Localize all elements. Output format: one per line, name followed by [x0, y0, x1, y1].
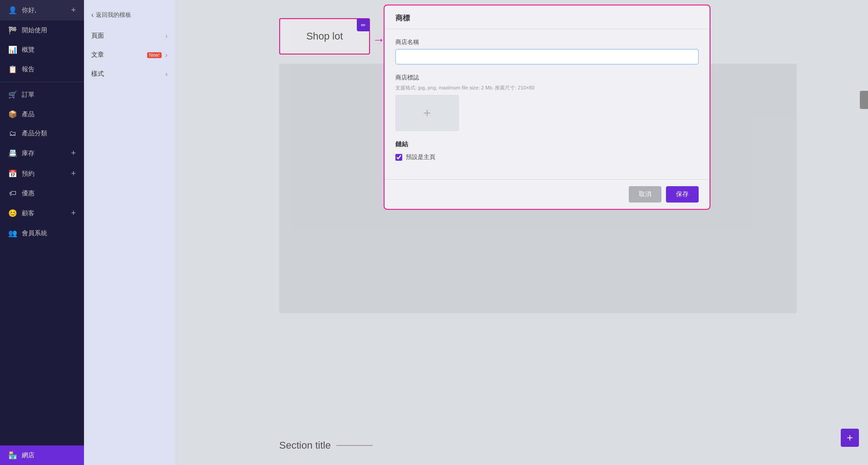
sidebar-item-inventory[interactable]: 📇 庫存 +: [0, 143, 84, 163]
shop-logo-label: 商店標誌: [395, 74, 699, 82]
left-panel-item-articles[interactable]: 文章 New! ›: [84, 45, 175, 64]
sidebar-label-product: 產品: [22, 110, 35, 119]
customer-icon: 😊: [8, 209, 17, 218]
profile-icon: 👤: [8, 6, 17, 15]
left-panel-label-style: 樣式: [91, 70, 104, 78]
chevron-pages-icon: ›: [165, 32, 168, 40]
sidebar-item-member[interactable]: 👥 會員系統: [0, 223, 84, 243]
upload-plus-icon: +: [424, 106, 431, 120]
left-panel-item-style[interactable]: 樣式 ›: [84, 64, 175, 84]
cancel-button[interactable]: 取消: [629, 186, 661, 203]
sidebar-label-inventory: 庫存: [22, 149, 35, 158]
sidebar-label-booking: 預約: [22, 170, 35, 178]
sidebar-label-discount: 優惠: [22, 189, 35, 198]
shop-name-input[interactable]: [395, 49, 699, 64]
sidebar-item-order[interactable]: 🛒 訂單: [0, 85, 84, 104]
customer-plus-icon[interactable]: +: [71, 208, 76, 218]
articles-right-group: New! ›: [147, 51, 168, 59]
discount-icon: 🏷: [8, 189, 17, 198]
sidebar-label-order: 訂單: [22, 91, 35, 99]
start-icon: 🏁: [8, 26, 17, 35]
sidebar-label-category: 產品分類: [22, 129, 47, 138]
order-icon: 🛒: [8, 90, 17, 99]
link-label: 鏈結: [395, 140, 699, 148]
shop-logo-group: 商店標誌 支援格式: jpg, png, maximum file size: …: [395, 74, 699, 131]
chevron-style-icon: ›: [165, 70, 168, 78]
sidebar-item-product[interactable]: 📦 產品: [0, 104, 84, 124]
modal-footer: 取消 保存: [385, 179, 710, 209]
booking-icon: 📅: [8, 169, 17, 178]
left-panel-label-articles: 文章: [91, 51, 104, 59]
sidebar-item-profile[interactable]: 👤 你好, +: [0, 0, 84, 20]
inventory-plus-icon[interactable]: +: [71, 148, 76, 158]
inventory-icon: 📇: [8, 149, 17, 158]
sidebar-divider: [0, 82, 84, 82]
save-button[interactable]: 保存: [666, 186, 699, 203]
main-area: 返回我的模板 頁面 › 文章 New! › 樣式 › Shop lo: [84, 0, 868, 465]
checkbox-label: 預設是主頁: [406, 153, 435, 161]
sidebar-item-customer[interactable]: 😊 顧客 +: [0, 203, 84, 223]
canvas-area: Shop lot ✏ → Page A Section title 商標: [175, 0, 868, 465]
new-badge: New!: [147, 52, 162, 58]
sidebar-label-report: 報告: [22, 65, 35, 74]
content-wrapper: 返回我的模板 頁面 › 文章 New! › 樣式 › Shop lo: [84, 0, 868, 465]
shop-icon: 🏪: [8, 451, 17, 460]
back-button[interactable]: 返回我的模板: [84, 7, 175, 23]
homepage-checkbox[interactable]: [395, 154, 402, 161]
sidebar-item-category[interactable]: 🗂 產品分類: [0, 124, 84, 143]
sidebar-label-overview: 概覽: [22, 46, 35, 54]
left-panel-item-pages[interactable]: 頁面 ›: [84, 26, 175, 45]
report-icon: 📋: [8, 65, 17, 74]
shop-name-group: 商店名稱: [395, 38, 699, 64]
product-icon: 📦: [8, 110, 17, 119]
sidebar-label-shop: 網店: [22, 451, 35, 460]
shop-logo-hint: 支援格式: jpg, png, maximum file size: 2 Mb.…: [395, 84, 699, 91]
modal-title: 商標: [385, 5, 710, 29]
sidebar-item-discount[interactable]: 🏷 優惠: [0, 184, 84, 203]
sidebar-item-start[interactable]: 🏁 開始使用: [0, 20, 84, 40]
sidebar-label-member: 會員系統: [22, 229, 47, 237]
profile-plus-icon[interactable]: +: [71, 5, 76, 15]
modal-body: 商店名稱 商店標誌 支援格式: jpg, png, maximum file s…: [385, 29, 710, 179]
left-panel: 返回我的模板 頁面 › 文章 New! › 樣式 ›: [84, 0, 175, 465]
sidebar-label-profile: 你好,: [22, 6, 36, 15]
back-label: 返回我的模板: [96, 11, 131, 19]
shop-name-label: 商店名稱: [395, 38, 699, 46]
sidebar-label-start: 開始使用: [22, 26, 47, 35]
link-group: 鏈結 預設是主頁: [395, 140, 699, 161]
sidebar-item-shop[interactable]: 🏪 網店: [0, 445, 84, 465]
modal-brand: 商標 商店名稱 商店標誌 支援格式: jpg, png, maximum fil…: [384, 5, 710, 210]
sidebar-item-report[interactable]: 📋 報告: [0, 59, 84, 79]
sidebar-label-customer: 顧客: [22, 209, 35, 218]
scroll-handle[interactable]: [860, 91, 868, 109]
sidebar: 👤 你好, + 🏁 開始使用 📊 概覽 📋 報告 🛒 訂單 📦 產品 🗂 產品分…: [0, 0, 84, 465]
member-icon: 👥: [8, 229, 17, 237]
overview-icon: 📊: [8, 45, 17, 54]
category-icon: 🗂: [8, 129, 17, 138]
checkbox-row: 預設是主頁: [395, 153, 699, 161]
upload-area[interactable]: +: [395, 95, 459, 131]
chevron-articles-icon: ›: [165, 51, 168, 59]
sidebar-item-overview[interactable]: 📊 概覽: [0, 40, 84, 59]
booking-plus-icon[interactable]: +: [71, 169, 76, 178]
left-panel-label-pages: 頁面: [91, 32, 104, 40]
sidebar-item-booking[interactable]: 📅 預約 +: [0, 163, 84, 184]
